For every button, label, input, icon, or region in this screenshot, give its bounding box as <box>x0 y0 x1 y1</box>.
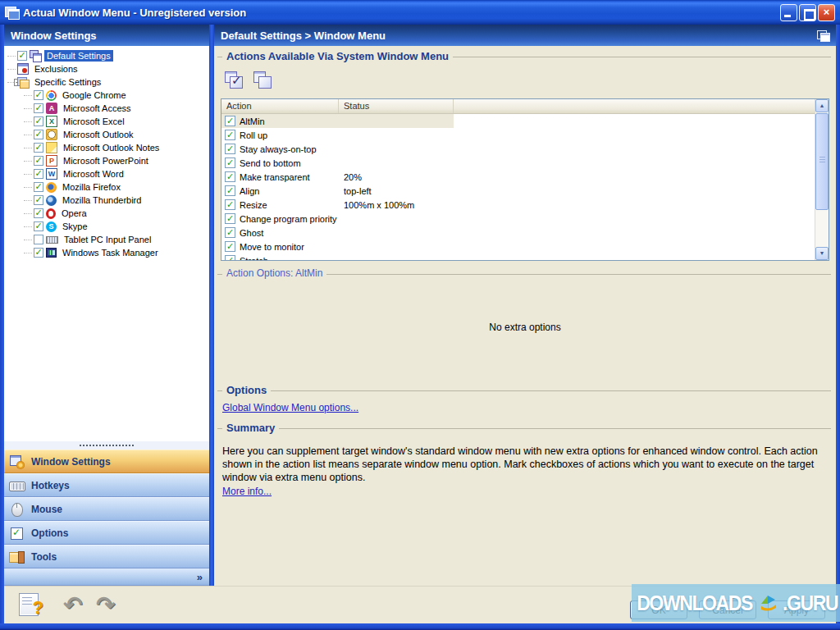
nav-button-hotkeys[interactable]: Hotkeys <box>4 473 209 497</box>
tree-checkbox[interactable] <box>34 235 43 244</box>
tree-item-label: Google Chrome <box>60 89 129 101</box>
header-window-icon <box>817 30 829 41</box>
actions-group-title: Actions Available Via System Window Menu <box>217 52 831 62</box>
column-header-status[interactable]: Status <box>339 99 454 113</box>
action-row[interactable]: Move to monitor <box>221 240 829 253</box>
column-header-action[interactable]: Action <box>221 99 339 113</box>
action-row[interactable]: Aligntop-left <box>221 184 829 198</box>
tree-checkbox[interactable] <box>34 103 43 113</box>
check-all-actions-icon[interactable]: ✓ <box>224 71 244 90</box>
tree-item[interactable]: Microsoft Outlook Notes <box>4 141 209 154</box>
tree-checkbox[interactable] <box>34 248 43 258</box>
tree-item-label: Default Settings <box>44 50 113 62</box>
thunderbird-icon <box>46 195 57 206</box>
scroll-up-icon[interactable]: ▲ <box>815 99 829 112</box>
action-status: 100%m x 100%m <box>344 200 414 210</box>
left-panel-title: Window Settings <box>11 30 97 42</box>
action-row[interactable]: Stay always-on-top <box>221 142 829 156</box>
more-info-link[interactable]: More info... <box>222 485 272 498</box>
action-row[interactable]: Resize100%m x 100%m <box>221 198 829 212</box>
firefox-icon <box>46 182 57 193</box>
action-checkbox[interactable] <box>225 144 235 154</box>
close-button[interactable]: × <box>818 4 835 21</box>
opera-icon <box>46 208 56 219</box>
action-row[interactable]: Send to bottom <box>221 156 829 170</box>
action-checkbox[interactable] <box>225 116 235 126</box>
tree-checkbox[interactable] <box>34 208 43 218</box>
splitter-grip-icon <box>80 445 134 446</box>
scrollbar-thumb[interactable] <box>815 113 829 210</box>
action-checkbox[interactable] <box>225 255 235 261</box>
tree-checkbox[interactable] <box>34 195 43 205</box>
tree-item[interactable]: PMicrosoft PowerPoint <box>4 154 209 167</box>
tree-checkbox[interactable] <box>34 116 43 126</box>
actions-list-scrollbar[interactable]: ▲ ▼ <box>815 99 829 260</box>
window-frame-left <box>0 25 4 630</box>
maximize-button[interactable] <box>799 4 816 21</box>
nav-button-label: Options <box>31 527 68 539</box>
help-icon[interactable] <box>19 593 39 616</box>
nav-button-window-settings[interactable]: Window Settings <box>4 450 209 473</box>
tree-item[interactable]: Google Chrome <box>4 89 209 102</box>
tree-checkbox[interactable] <box>34 130 43 139</box>
tree-item-label: Microsoft Access <box>61 103 134 114</box>
tree-checkbox[interactable] <box>34 221 43 231</box>
nav-button-mouse[interactable]: Mouse <box>4 497 209 521</box>
tree-item[interactable]: XMicrosoft Excel <box>4 115 209 128</box>
word-icon: W <box>46 168 57 180</box>
redo-icon[interactable]: ↷ <box>96 591 115 619</box>
tree-item-label: Exclusions <box>32 63 80 75</box>
action-row[interactable]: AltMin <box>221 114 829 128</box>
tree-checkbox[interactable] <box>34 143 43 153</box>
action-checkbox[interactable] <box>225 241 235 252</box>
action-row[interactable]: Ghost <box>221 226 829 240</box>
nav-overflow-bar[interactable]: » <box>4 568 209 586</box>
action-row[interactable]: Stretch <box>221 253 829 261</box>
global-window-menu-options-link[interactable]: Global Window Menu options... <box>222 402 358 413</box>
tree-checkbox[interactable] <box>34 182 43 192</box>
nav-button-options[interactable]: Options <box>4 521 209 545</box>
tree-item-label: Microsoft Outlook <box>61 129 136 140</box>
tree-checkbox[interactable] <box>34 90 43 100</box>
tree-checkbox[interactable] <box>34 169 43 179</box>
tree-item[interactable]: Tablet PC Input Panel <box>4 233 209 246</box>
tree-item-label: Tablet PC Input Panel <box>62 234 153 245</box>
tree-item[interactable]: Windows Task Manager <box>4 246 209 259</box>
chevron-icon: » <box>197 571 203 583</box>
action-checkbox[interactable] <box>225 227 235 238</box>
mouse-icon <box>9 502 25 517</box>
undo-icon[interactable]: ↶ <box>63 591 82 619</box>
action-checkbox[interactable] <box>225 130 235 140</box>
tree-item[interactable]: −Specific Settings <box>4 75 209 89</box>
splitter-handle[interactable] <box>4 441 209 450</box>
action-checkbox[interactable] <box>225 158 235 168</box>
tree-item[interactable]: Opera <box>4 207 209 220</box>
keyboard-icon <box>46 236 58 244</box>
action-options-group-title: Action Options: AltMin <box>217 269 831 279</box>
action-checkbox[interactable] <box>225 213 235 224</box>
tree-item[interactable]: AMicrosoft Access <box>4 102 209 115</box>
action-checkbox[interactable] <box>225 171 235 182</box>
tree-item[interactable]: Mozilla Firefox <box>4 180 209 194</box>
options-icon <box>9 526 25 541</box>
tree-item[interactable]: Default Settings <box>4 49 209 62</box>
actions-list-header: Action Status <box>221 99 829 114</box>
tree-item[interactable]: SSkype <box>4 220 209 233</box>
minimize-button[interactable] <box>780 4 797 21</box>
action-checkbox[interactable] <box>225 185 235 196</box>
tree-checkbox[interactable] <box>34 156 43 166</box>
tree-checkbox[interactable] <box>17 51 27 61</box>
action-row[interactable]: Roll up <box>221 128 829 142</box>
tree-item[interactable]: WMicrosoft Word <box>4 167 209 180</box>
action-row[interactable]: Make transparent20% <box>221 170 829 184</box>
tree-item[interactable]: Microsoft Outlook <box>4 128 209 141</box>
action-checkbox[interactable] <box>225 199 235 210</box>
windows-stack-icon <box>30 50 41 62</box>
nav-button-tools[interactable]: Tools <box>4 545 209 568</box>
tree-item[interactable]: Exclusions <box>4 62 209 75</box>
action-row[interactable]: Change program priority <box>221 212 829 226</box>
uncheck-all-actions-icon[interactable] <box>253 71 272 90</box>
tree-item[interactable]: Mozilla Thunderbird <box>4 194 209 207</box>
scroll-down-icon[interactable]: ▼ <box>815 247 829 260</box>
chrome-icon <box>46 90 57 101</box>
